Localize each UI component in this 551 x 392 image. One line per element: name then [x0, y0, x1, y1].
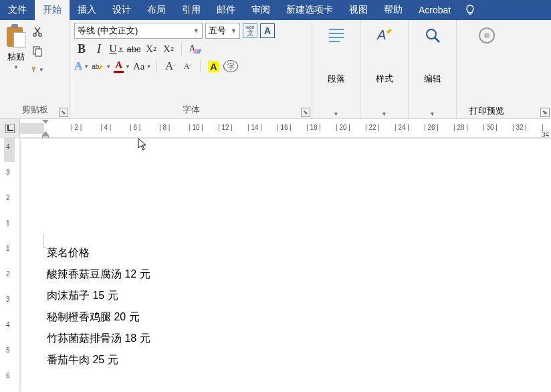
styles-launcher[interactable]: ⬊	[540, 108, 550, 117]
format-painter-button[interactable]: ▼	[31, 63, 44, 76]
page[interactable]: 菜名价格酸辣香菇豆腐汤 12 元肉沫茄子 15 元秘制橙香鸡腿 20 元竹荪菌菇…	[21, 139, 551, 392]
document-body[interactable]: 菜名价格酸辣香菇豆腐汤 12 元肉沫茄子 15 元秘制橙香鸡腿 20 元竹荪菌菇…	[47, 242, 551, 371]
menu-review[interactable]: 审阅	[243, 0, 278, 20]
ruler-tick: | 8 |	[159, 124, 170, 131]
chevron-down-icon: ▼	[13, 64, 19, 70]
character-shading-button[interactable]: A	[206, 59, 221, 74]
chevron-down-icon: ▼	[193, 27, 199, 34]
tell-me-lightbulb-icon[interactable]	[459, 0, 481, 20]
phonetic-guide-button[interactable]: wén 文	[243, 23, 257, 38]
v-ruler-tick: 5	[6, 347, 10, 354]
svg-point-2	[39, 33, 41, 36]
v-ruler-tick: 1	[6, 245, 10, 252]
group-font: 等线 (中文正文) ▼ 五号 ▼ wén 文 A B I U▼ abc X2	[70, 20, 312, 118]
menu-file[interactable]: 文件	[0, 0, 35, 20]
font-launcher[interactable]: ⬊	[301, 108, 310, 117]
ruler-tick: | 12 |	[218, 124, 233, 131]
group-clipboard: 粘贴 ▼ ▼ 剪贴板 ⬊	[0, 20, 70, 118]
eraser-icon	[193, 49, 201, 54]
v-ruler-tick: 1	[6, 219, 10, 227]
font-size-combo[interactable]: 五号 ▼	[205, 23, 240, 39]
bold-button[interactable]: B	[74, 41, 89, 56]
group-editing: 编辑 ▼	[409, 20, 457, 118]
vertical-ruler[interactable]: 4321123456	[0, 138, 20, 392]
paste-icon	[5, 24, 27, 50]
svg-point-15	[427, 29, 436, 39]
v-ruler-tick: 4	[6, 321, 10, 328]
chevron-down-icon: ▼	[84, 64, 89, 70]
highlight-button[interactable]: ab▼	[92, 59, 111, 74]
tab-selector[interactable]	[0, 119, 20, 137]
document-line[interactable]: 番茄牛肉 25 元	[47, 349, 551, 371]
shrink-font-button[interactable]: Aˇ	[180, 59, 195, 74]
superscript-button[interactable]: X2	[161, 41, 176, 56]
menu-home[interactable]: 开始	[35, 0, 70, 20]
ruler-tick: | 22 |	[365, 124, 380, 131]
clipboard-launcher[interactable]: ⬊	[59, 108, 68, 117]
strikethrough-button[interactable]: abc	[126, 41, 141, 56]
ruler-tick: | 16 |	[277, 124, 292, 131]
group-styles: A 样式 ▼ ⬊	[360, 20, 409, 118]
text-effects-button[interactable]: A▼	[74, 59, 89, 74]
menu-acrobat[interactable]: Acrobat	[411, 0, 459, 20]
svg-line-16	[435, 37, 439, 42]
group-label-font: 字体	[74, 102, 308, 117]
paragraph-icon[interactable]	[326, 24, 347, 47]
document-line[interactable]: 秘制橙香鸡腿 20 元	[47, 306, 551, 328]
document-line[interactable]: 竹荪菌菇排骨汤 18 元	[47, 328, 551, 349]
menu-insert[interactable]: 插入	[70, 0, 104, 20]
copy-button[interactable]	[31, 44, 44, 58]
document-line[interactable]: 菜名价格	[47, 242, 551, 264]
menu-new-tab[interactable]: 新建选项卡	[278, 0, 341, 20]
chevron-down-icon: ▼	[118, 46, 124, 52]
menu-view[interactable]: 视图	[341, 0, 376, 20]
font-color-button[interactable]: A▼	[114, 59, 130, 74]
menu-help[interactable]: 帮助	[376, 0, 411, 20]
subscript-button[interactable]: X2	[144, 41, 158, 56]
grow-font-button[interactable]: Aˆ	[162, 59, 177, 74]
paste-label: 粘贴	[7, 51, 25, 63]
find-icon[interactable]	[422, 24, 443, 47]
chevron-down-icon: ▼	[106, 64, 111, 70]
ruler-tick: | 26 |	[424, 124, 439, 131]
ruler-tick: | 30 |	[483, 124, 498, 131]
ruler-tick: | 6 |	[130, 124, 140, 131]
ruler-tick: | 28 |	[453, 124, 468, 131]
font-name-combo[interactable]: 等线 (中文正文) ▼	[74, 23, 203, 39]
styles-icon[interactable]: A	[374, 24, 395, 47]
ruler-tick: | 14 |	[247, 124, 262, 131]
svg-rect-8	[33, 69, 34, 70]
chevron-down-icon: ▼	[382, 111, 387, 117]
character-border-button[interactable]: A	[260, 23, 275, 38]
svg-point-18	[484, 33, 489, 38]
margin-marker	[43, 234, 45, 248]
paste-button[interactable]: 粘贴 ▼	[4, 23, 28, 76]
v-ruler-tick: 2	[6, 194, 10, 201]
chevron-down-icon: ▼	[125, 64, 130, 70]
cut-button[interactable]	[31, 25, 44, 39]
horizontal-ruler[interactable]: | 2 || 4 || 6 || 8 || 10 || 12 || 14 || …	[20, 119, 551, 137]
ruler-tick: | 18 |	[306, 124, 321, 131]
change-case-button[interactable]: Aa▼	[133, 59, 151, 74]
menu-mailings[interactable]: 邮件	[209, 0, 243, 20]
menu-layout[interactable]: 布局	[139, 0, 174, 20]
italic-button[interactable]: I	[92, 41, 106, 56]
v-ruler-tick: 3	[6, 169, 10, 176]
svg-rect-7	[32, 67, 35, 69]
clear-formatting-button[interactable]: A	[187, 41, 202, 56]
svg-rect-9	[33, 70, 34, 72]
document-line[interactable]: 肉沫茄子 15 元	[47, 285, 551, 306]
v-ruler-tick: 4	[6, 143, 10, 151]
ruler-tick: | 32 |	[512, 124, 527, 131]
svg-line-4	[35, 27, 39, 33]
underline-button[interactable]: U▼	[109, 41, 124, 56]
menu-bar: 文件 开始 插入 设计 布局 引用 邮件 审阅 新建选项卡 视图 帮助 Acro…	[0, 0, 551, 20]
menu-design[interactable]: 设计	[104, 0, 139, 20]
enclose-character-button[interactable]: 字	[223, 60, 238, 72]
chevron-down-icon: ▼	[146, 64, 152, 70]
menu-references[interactable]: 引用	[174, 0, 209, 20]
print-preview-icon[interactable]	[476, 24, 498, 47]
document-line[interactable]: 酸辣香菇豆腐汤 12 元	[47, 264, 551, 285]
svg-line-3	[35, 27, 40, 33]
v-ruler-tick: 2	[6, 270, 10, 278]
